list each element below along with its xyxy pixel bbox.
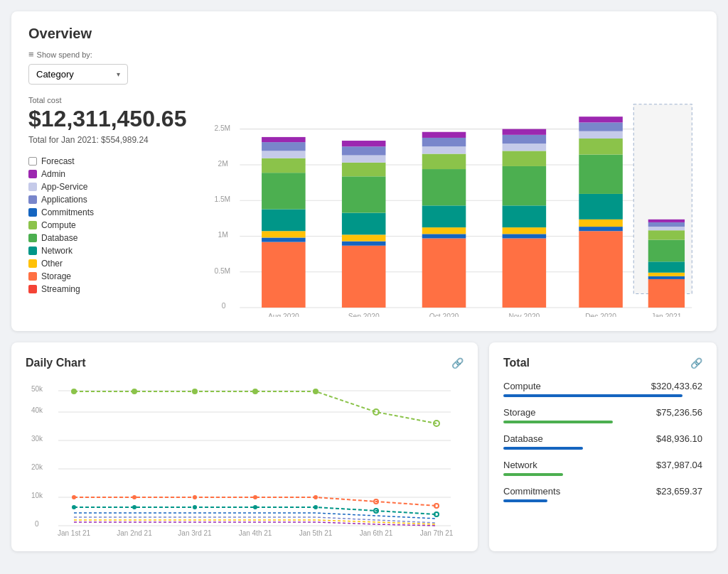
line-admin [74,522,437,526]
total-item-bar [503,394,682,397]
category-dropdown[interactable]: Category ▾ [28,64,128,85]
svg-rect-26 [422,227,466,234]
dot-storage-2 [132,495,136,499]
svg-rect-43 [579,227,623,231]
dot-storage-1 [72,495,76,499]
total-item-bar [503,473,563,476]
y-10k: 10k [31,492,43,499]
x-jan2: Jan 2nd 21 [117,529,152,537]
svg-rect-29 [422,154,466,170]
legend-swatch-commitments [28,208,37,217]
svg-rect-41 [503,129,547,135]
overview-card: Overview Show spend by: Category ▾ Total… [11,11,717,331]
x-label-dec: Dec 2020 [586,313,617,316]
legend-item-network: Network [28,246,186,256]
line-network [74,513,437,519]
svg-rect-53 [648,273,685,276]
dot-db-3 [193,505,197,509]
total-item-label: Storage [503,407,536,418]
legend-label-storage: Storage [41,271,71,281]
legend-item-database: Database [28,233,186,243]
y-label-1m: 1M [218,231,228,239]
daily-chart-link-icon[interactable]: 🔗 [451,357,464,369]
legend-swatch-network [28,247,37,255]
total-item-bar [503,421,613,423]
legend-swatch-other [28,259,37,268]
svg-rect-33 [503,239,547,308]
legend-item-streaming: Streaming [28,284,186,294]
daily-chart-card: Daily Chart 🔗 0 10k 20k 30k 40k 50k [11,342,478,551]
dot-db-5 [314,505,318,509]
x-label-oct: Oct 2020 [429,313,459,316]
svg-rect-24 [422,239,466,308]
bar-oct-2020: Oct 2020 [422,132,466,317]
svg-rect-38 [503,151,547,166]
total-item-value: $37,987.04 [656,460,702,470]
dot-db-2 [132,505,136,509]
total-item-label: Network [503,460,537,470]
dot-compute-4 [252,389,258,394]
svg-rect-57 [648,227,685,230]
legend-label-admin: Admin [41,169,65,179]
legend: ForecastAdminApp-ServiceApplicationsComm… [28,156,186,294]
legend-item-admin: Admin [28,169,186,179]
overview-title: Overview [28,26,700,42]
svg-rect-8 [262,231,306,237]
y-label-2m: 2M [218,160,228,168]
legend-swatch-admin [28,170,37,178]
svg-rect-25 [422,234,466,238]
x-jan7: Jan 7th 21 [420,529,454,537]
bar-jan-2021: Jan 2021 [648,220,685,317]
dot-compute-1 [71,389,77,394]
total-item-label: Database [503,433,543,444]
svg-rect-6 [262,242,306,308]
legend-label-database: Database [41,233,77,243]
show-spend-label: Show spend by: [28,49,700,60]
svg-rect-11 [262,158,306,173]
total-item-label: Compute [503,381,541,391]
svg-rect-52 [648,276,685,279]
legend-item-commitments: Commitments [28,207,186,217]
legend-label-applications: Applications [41,195,87,205]
svg-rect-7 [262,237,306,242]
daily-chart-svg-container: 0 10k 20k 30k 40k 50k [26,381,464,537]
svg-rect-28 [422,169,466,205]
daily-chart-title: Daily Chart [26,357,85,369]
svg-rect-16 [342,242,386,246]
x-label-sep: Sep 2020 [348,313,380,316]
dot-storage-7 [434,504,439,508]
legend-item-storage: Storage [28,271,186,281]
legend-label-network: Network [41,246,73,256]
bar-chart-svg: 0 0.5M 1M 1.5M 2M 2.5M [203,96,700,317]
svg-rect-31 [422,138,466,146]
legend-swatch-database [28,234,37,242]
total-items-container: Compute $320,433.62 Storage $75,236.56 D… [503,381,702,502]
total-cost-value: $12,311,450.65 [28,106,186,132]
svg-rect-54 [648,261,685,272]
svg-rect-55 [648,240,685,262]
svg-rect-30 [422,146,466,153]
total-link-icon[interactable]: 🔗 [690,357,702,369]
svg-rect-12 [262,151,306,158]
dot-storage-5 [314,495,318,499]
legend-swatch-streaming [28,285,37,293]
svg-rect-34 [503,234,547,238]
y-label-0: 0 [222,302,226,310]
total-item-database: Database $48,936.10 [503,433,702,450]
svg-rect-39 [503,144,547,151]
bar-sep-2020: Sep 2020 [342,141,386,317]
total-item-value: $75,236.56 [656,407,702,418]
bar-chart-area: 0 0.5M 1M 1.5M 2M 2.5M [203,96,700,317]
total-item-network: Network $37,987.04 [503,460,702,476]
svg-rect-32 [422,132,466,138]
bar-dec-2020: Dec 2020 [579,117,623,317]
svg-rect-21 [342,156,386,163]
svg-rect-14 [262,137,306,142]
legend-label-other: Other [41,259,63,269]
total-item-storage: Storage $75,236.56 [503,407,702,423]
legend-swatch-forecast [28,157,37,166]
svg-rect-23 [342,141,386,146]
dot-db-4 [253,505,257,509]
svg-rect-20 [342,163,386,176]
total-card: Total 🔗 Compute $320,433.62 Storage $75,… [489,342,717,551]
